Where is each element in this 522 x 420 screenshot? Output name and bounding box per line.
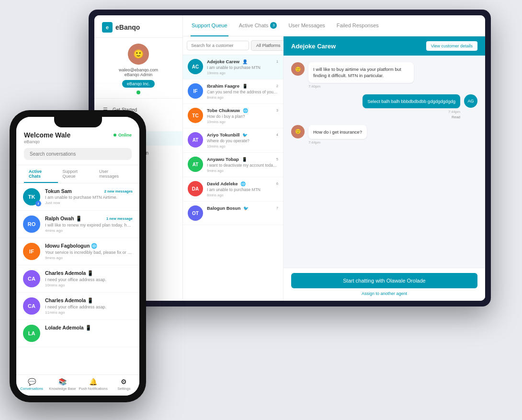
message-bubble: Select balh balh bbbdbdbdbb gdgdgdgdgdg … <box>363 94 460 119</box>
phone-chat-msg: I will like to renew my expired plan tod… <box>45 223 133 227</box>
phone-chat-name: Lolade Ademola 📱 <box>45 325 91 331</box>
customer-name: Ibrahim Faagre 📱 <box>207 83 248 89</box>
customer-items: AC Adejoke Carew 👤 1 I am unable to purc… <box>183 55 283 301</box>
customer-avatar: AC <box>188 59 203 74</box>
message-row: 🙂 How do i get insurance? 7:44pm <box>291 125 477 145</box>
customer-item[interactable]: IF Ibrahim Faagre 📱 2 Can you send me th… <box>183 79 283 104</box>
agent-avatar: AG <box>464 94 477 108</box>
logo-icon: e <box>102 22 113 33</box>
online-dot <box>113 134 116 136</box>
customer-msg: I am unable to purchase MTN <box>207 187 278 192</box>
phone-chat-badge: 2 new messages <box>104 189 133 193</box>
sidebar-logo: e eBanqo <box>94 15 182 38</box>
message-bubble: I will like to buy airtime via your plat… <box>308 62 414 89</box>
phone-chat-name: Idowu Fagbologun 🌐 <box>45 243 97 249</box>
phone-chat-time: 4mins ago <box>45 228 133 233</box>
message-bubble: How do i get insurance? 7:44pm <box>308 125 367 145</box>
customer-time: 19mins ago <box>207 71 278 75</box>
customer-item[interactable]: TC Tobe Chukwuw 🌐 3 How do i buy a plan?… <box>183 104 283 128</box>
phone-avatar: IF <box>23 243 40 260</box>
customer-avatar: AT <box>188 157 203 172</box>
phone-avatar: CA <box>23 270 40 287</box>
phone-nav-settings[interactable]: ⚙ Settings <box>109 378 139 391</box>
phone-nav-label: Settings <box>117 386 130 391</box>
phone-chat-msg: I am unable to purchase MTN Airtime. <box>45 195 133 200</box>
customer-msg: Where do you operate? <box>207 138 278 143</box>
phone-chat-time: 11mins ago <box>45 310 133 315</box>
phone-tab-support-queue[interactable]: Support Queue <box>58 165 95 183</box>
customer-badge: 6 <box>276 182 278 185</box>
settings-icon: ⚙ <box>121 378 127 386</box>
phone-company: eBanqo <box>24 139 132 144</box>
phone-tab-active-chats[interactable]: Active Chats <box>24 165 58 183</box>
phone-tab-user-messages[interactable]: User messages <box>94 165 132 183</box>
customer-avatar: DA <box>188 181 203 196</box>
customer-item[interactable]: OT Balogun Bosun 🐦 7 <box>183 202 283 225</box>
chat-footer: Start chatting with Olawale Orolade Assi… <box>284 268 485 301</box>
chat-messages: 🙂 I will like to buy airtime via your pl… <box>284 56 485 268</box>
customer-badge: 5 <box>276 158 278 161</box>
assign-agent-link[interactable]: Assign to another agent <box>291 291 477 296</box>
customer-name: Anyawu Tobap 📱 <box>207 157 247 162</box>
view-customer-button[interactable]: View customer details <box>426 41 477 51</box>
phone-chat-msg: I need your office address asap. <box>45 305 133 309</box>
chat-header: Adejoke Carew View customer details <box>284 36 485 56</box>
customer-list: All Platforms AC Adejoke Carew 👤 1 <box>183 36 284 301</box>
main-content: Support Queue Active Chats 3 User Messag… <box>183 15 485 301</box>
phone-screen: Welcome Wale Online eBanqo Active Chats … <box>16 117 139 396</box>
phone-nav-knowledge-base[interactable]: 📚 Knowledge Base <box>47 378 78 391</box>
profile-email: waleo@ebanqo.com <box>119 68 158 72</box>
customer-item[interactable]: DA David Adeleke 🌐 6 I am unable to purc… <box>183 177 283 202</box>
message-time: 7:44pm <box>363 110 460 114</box>
phone-chat-item[interactable]: CA Charles Ademola 📱 I need your office … <box>16 265 139 293</box>
phone-chat-item[interactable]: RO Ralph Owah 📱 1 new message I will lik… <box>16 211 139 238</box>
customer-badge: 7 <box>276 206 278 210</box>
phone-chat-content: Charles Ademola 📱 I need your office add… <box>45 297 133 315</box>
customer-name: Tobe Chukwuw 🌐 <box>207 108 248 113</box>
phone-nav-conversations[interactable]: 💬 Conversations <box>16 378 47 391</box>
message-row: 🙂 I will like to buy airtime via your pl… <box>291 62 477 89</box>
search-input[interactable] <box>187 41 249 50</box>
phone-chat-list: TK f Tokun Sam 2 new messages I am unabl… <box>16 183 139 375</box>
tab-active-chats[interactable]: Active Chats 3 <box>238 15 278 36</box>
customer-item[interactable]: AT Anyawu Tobap 📱 5 I want to deactivate… <box>183 153 283 177</box>
customer-item[interactable]: AT Ariyo Tokunbill 🐦 4 Where do you oper… <box>183 128 283 153</box>
customer-avatar: AT <box>188 132 203 148</box>
customer-item[interactable]: AC Adejoke Carew 👤 1 I am unable to purc… <box>183 55 283 79</box>
customer-info: Tobe Chukwuw 🌐 3 How do i buy a plan? 10… <box>207 108 278 124</box>
phone-welcome-row: Welcome Wale Online <box>24 131 132 139</box>
customer-avatar: TC <box>188 108 203 123</box>
tab-support-queue[interactable]: Support Queue <box>191 15 228 36</box>
phone-chat-content: Charles Ademola 📱 I need your office add… <box>45 270 133 287</box>
phone-chat-item[interactable]: CA Charles Ademola 📱 I need your office … <box>16 293 139 320</box>
phone-chat-name: Charles Ademola 📱 <box>45 270 93 276</box>
customer-badge: 3 <box>276 109 278 112</box>
bell-icon: 🔔 <box>89 378 97 386</box>
customer-badge: 1 <box>276 60 278 63</box>
message-time: 7:44pm <box>308 140 367 145</box>
customer-msg: I am unable to purchase MTN <box>207 65 278 70</box>
phone-chat-item[interactable]: TK f Tokun Sam 2 new messages I am unabl… <box>16 183 139 211</box>
customer-badge: 2 <box>276 84 278 88</box>
phone-nav-label: Knowledge Base <box>49 386 76 391</box>
customer-badge: 4 <box>276 133 278 136</box>
phone-chat-item[interactable]: LA Lolade Ademola 📱 <box>16 320 139 347</box>
start-chat-button[interactable]: Start chatting with Olawale Orolade <box>291 273 477 288</box>
search-bar: All Platforms <box>183 36 283 55</box>
customer-time: 8mins ago <box>207 95 278 100</box>
tab-failed-responses[interactable]: Failed Responses <box>336 15 380 36</box>
sidebar-profile: 🙂 waleo@ebanqo.com eBanqo Admin eBanqo I… <box>94 38 182 99</box>
phone-nav-push-notifications[interactable]: 🔔 Push Notifications <box>78 378 109 391</box>
phone-chat-content: Idowu Fagbologun 🌐 Your service is incre… <box>45 243 133 260</box>
customer-info: Anyawu Tobap 📱 5 I want to deactivate my… <box>207 157 278 173</box>
phone-welcome-text: Welcome Wale <box>24 131 70 139</box>
status-dot <box>136 91 140 94</box>
phone-chat-item[interactable]: IF Idowu Fagbologun 🌐 Your service is in… <box>16 238 139 265</box>
tab-user-messages[interactable]: User Messages <box>287 15 326 36</box>
conversations-icon: 💬 <box>28 378 36 386</box>
message-avatar: 🙂 <box>291 62 305 76</box>
message-content: Select balh balh bbbdbdbdbb gdgdgdgdgdg <box>363 94 460 108</box>
phone-chat-name: Charles Ademola 📱 <box>45 297 93 304</box>
phone-chat-time: Just now <box>45 201 133 205</box>
phone-search-input[interactable] <box>24 148 132 160</box>
